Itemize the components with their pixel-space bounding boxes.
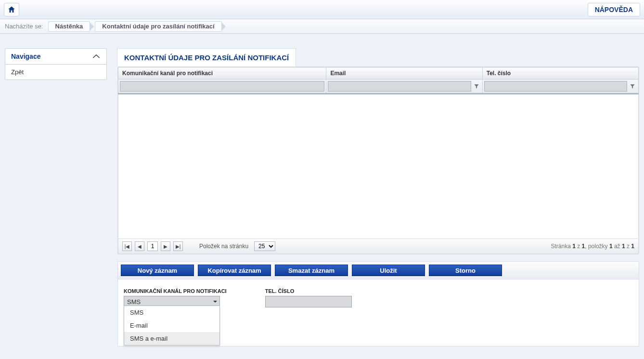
tel-label: TEL. ČÍSLO bbox=[265, 288, 352, 294]
pager-prev[interactable]: ◀ bbox=[135, 241, 144, 251]
breadcrumb-item[interactable]: Nástěnka bbox=[48, 21, 90, 32]
channel-dropdown: SMS E-mail SMS a e-mail bbox=[124, 306, 220, 346]
filter-input-email[interactable] bbox=[328, 81, 471, 92]
pager-first[interactable]: |◀ bbox=[122, 241, 132, 251]
channel-value: SMS bbox=[127, 298, 141, 306]
col-header-email[interactable]: Email bbox=[326, 67, 482, 80]
tel-input[interactable] bbox=[265, 296, 352, 307]
filter-icon[interactable] bbox=[472, 81, 481, 92]
dropdown-option[interactable]: E-mail bbox=[124, 319, 219, 332]
save-button[interactable]: Uložit bbox=[352, 265, 425, 276]
pager-page-input[interactable] bbox=[147, 241, 158, 251]
pager-page-size[interactable]: 25 bbox=[254, 241, 275, 251]
pager-status: Stránka 1 z 1, položky 1 až 1 z 1 bbox=[551, 243, 634, 250]
sidebar: Navigace Zpět bbox=[5, 48, 107, 80]
copy-record-button[interactable]: Kopírovat záznam bbox=[198, 265, 271, 276]
sidebar-item-back[interactable]: Zpět bbox=[5, 65, 106, 80]
breadcrumb: Nacházíte se: Nástěnka Kontaktní údaje p… bbox=[0, 19, 644, 34]
pager-last[interactable]: ▶| bbox=[173, 241, 183, 251]
new-record-button[interactable]: Nový záznam bbox=[121, 265, 194, 276]
filter-input-channel[interactable] bbox=[120, 81, 324, 92]
filter-icon[interactable] bbox=[628, 81, 637, 92]
col-header-tel[interactable]: Tel. číslo bbox=[482, 67, 638, 80]
channel-label: KOMUNIKAČNÍ KANÁL PRO NOTIFIKACI bbox=[124, 288, 227, 294]
table-body-empty bbox=[118, 94, 639, 239]
filter-input-tel[interactable] bbox=[484, 81, 627, 92]
delete-record-button[interactable]: Smazat záznam bbox=[275, 265, 348, 276]
home-icon bbox=[7, 5, 16, 14]
action-bar: Nový záznam Kopírovat záznam Smazat zázn… bbox=[117, 261, 639, 279]
help-button[interactable]: NÁPOVĚDA bbox=[588, 3, 640, 16]
table-panel: Komunikační kanál pro notifikaci Email T… bbox=[117, 66, 639, 254]
pager-next[interactable]: ▶ bbox=[161, 241, 170, 251]
col-header-channel[interactable]: Komunikační kanál pro notifikaci bbox=[118, 67, 326, 80]
sidebar-toggle[interactable]: Navigace bbox=[5, 49, 106, 65]
form-area: KOMUNIKAČNÍ KANÁL PRO NOTIFIKACI SMS TEL… bbox=[117, 279, 639, 346]
pager-per-page-label: Položek na stránku bbox=[199, 243, 248, 250]
main: KONTAKTNÍ ÚDAJE PRO ZASÍLÁNÍ NOTIFIKACÍ … bbox=[117, 48, 639, 346]
sidebar-title: Navigace bbox=[11, 53, 40, 60]
caret-down-icon bbox=[213, 299, 218, 304]
dropdown-option[interactable]: SMS a e-mail bbox=[124, 332, 219, 345]
home-button[interactable] bbox=[4, 3, 19, 16]
breadcrumb-item[interactable]: Kontaktní údaje pro zasílání notifikací bbox=[95, 21, 221, 32]
breadcrumb-label: Nacházíte se: bbox=[5, 23, 48, 30]
dropdown-option[interactable]: SMS bbox=[124, 306, 219, 319]
topbar: NÁPOVĚDA bbox=[0, 0, 644, 19]
cancel-button[interactable]: Storno bbox=[429, 265, 502, 276]
panel-title: KONTAKTNÍ ÚDAJE PRO ZASÍLÁNÍ NOTIFIKACÍ bbox=[117, 48, 296, 66]
chevron-up-icon bbox=[92, 53, 101, 59]
pager: |◀ ◀ ▶ ▶| Položek na stránku 25 Stránka … bbox=[118, 239, 639, 254]
